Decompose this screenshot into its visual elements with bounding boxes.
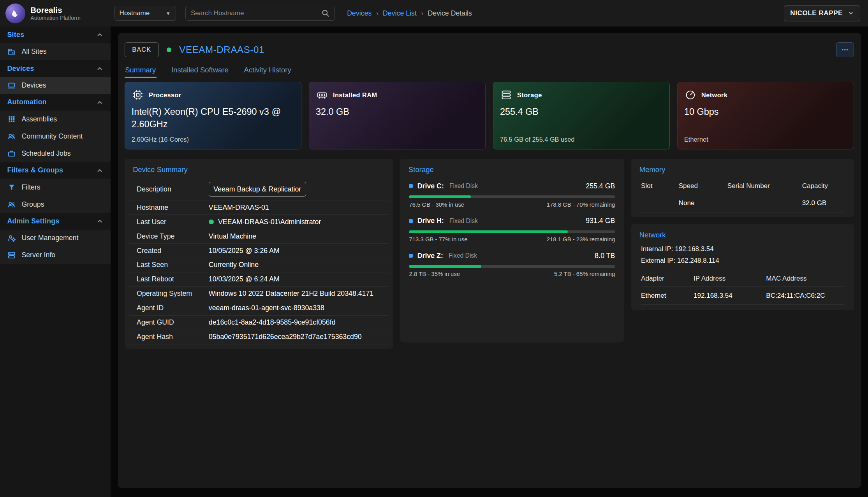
sidebar-item-community-content[interactable]: Community Content — [0, 128, 111, 145]
device-summary-title: Device Summary — [125, 159, 393, 178]
hostname-filter-value: Hostname — [120, 9, 150, 17]
drive-row-z: Drive Z: Fixed Disk 8.0 TB 2.8 TB - 35% … — [400, 248, 624, 283]
drive-square-icon — [409, 219, 413, 223]
search-icon — [321, 9, 329, 17]
network-cell-ip: 192.168.3.54 — [694, 287, 766, 305]
drive-used-text: 2.8 TB - 35% in use — [409, 270, 460, 277]
scheduled-jobs-icon — [7, 149, 16, 158]
summary-row-hostname: Hostname VEEAM-DRAAS-01 — [129, 200, 389, 215]
device-tabs: Summary Installed Software Activity Hist… — [125, 63, 854, 77]
sidebar-item-label: Community Content — [21, 132, 83, 140]
sidebar-item-label: Filters — [21, 183, 40, 191]
chevron-up-icon — [96, 218, 103, 225]
sidebar-item-user-management[interactable]: User Management — [0, 230, 111, 247]
sidebar-item-assemblies[interactable]: Assemblies — [0, 111, 111, 128]
user-management-icon — [7, 234, 16, 243]
search-box — [185, 6, 335, 21]
sidebar-item-label: Groups — [21, 200, 44, 209]
user-menu-button[interactable]: NICOLE RAPPE — [784, 5, 860, 21]
groups-icon — [7, 200, 16, 209]
sidebar-item-label: Devices — [21, 81, 46, 90]
sidebar-section-sites[interactable]: Sites — [0, 26, 111, 43]
memory-table: Slot Speed Serial Number Capacity None 3… — [641, 178, 844, 212]
sidebar-item-scheduled-jobs[interactable]: Scheduled Jobs — [0, 145, 111, 162]
drive-usage-bar — [409, 230, 615, 233]
internal-ip-value: 192.168.3.54 — [675, 245, 714, 253]
summary-row-operating-system: Operating System Windows 10 2022 Datacen… — [129, 287, 389, 301]
device-details-panel: BACK VEEAM-DRAAS-01 Summary Installed So… — [118, 33, 861, 488]
brand: Borealis Automation Platform — [0, 4, 111, 23]
top-bar: Borealis Automation Platform Hostname ▼ … — [0, 0, 868, 26]
breadcrumb-devices[interactable]: Devices — [347, 9, 371, 18]
description-input[interactable] — [209, 182, 306, 197]
network-panel-title: Network — [631, 224, 854, 244]
sidebar-section-devices[interactable]: Devices — [0, 60, 111, 77]
search-input[interactable] — [191, 9, 321, 17]
stat-cards: Processor Intel(R) Xeon(R) CPU E5-2690 v… — [125, 82, 854, 149]
sidebar-item-label: Assemblies — [21, 115, 57, 123]
sidebar-section-admin-settings[interactable]: Admin Settings — [0, 213, 111, 230]
ram-subtitle — [316, 136, 479, 144]
device-title: VEEAM-DRAAS-01 — [179, 44, 264, 55]
user-name: NICOLE RAPPE — [790, 9, 843, 17]
server-info-icon — [7, 251, 16, 260]
sidebar-item-label: Scheduled Jobs — [21, 149, 70, 158]
summary-row-description: Description — [129, 178, 389, 200]
summary-row-last-seen: Last Seen Currently Online — [129, 258, 389, 272]
storage-card: Storage 255.4 GB 76.5 GB of 255.4 GB use… — [493, 82, 670, 149]
more-options-button[interactable] — [836, 42, 854, 57]
breadcrumb-separator: › — [421, 9, 423, 18]
main-area: BACK VEEAM-DRAAS-01 Summary Installed So… — [111, 26, 868, 497]
memory-cell-capacity: 32.0 GB — [802, 194, 844, 212]
ram-icon — [316, 89, 328, 101]
chevron-up-icon — [96, 99, 103, 106]
sidebar-item-devices[interactable]: Devices — [0, 77, 111, 94]
hostname-filter-select[interactable]: Hostname ▼ — [114, 6, 176, 21]
drive-usage-bar — [409, 265, 615, 268]
back-button[interactable]: BACK — [125, 42, 159, 57]
brand-text: Borealis Automation Platform — [30, 5, 81, 21]
network-card: Network 10 Gbps Ethernet — [677, 82, 854, 149]
right-column: Memory Slot Speed Serial Number Capacity… — [631, 159, 854, 311]
storage-panel-title: Storage — [400, 159, 624, 178]
breadcrumb-device-list[interactable]: Device List — [383, 9, 417, 18]
drive-square-icon — [409, 184, 413, 188]
drive-square-icon — [409, 254, 413, 258]
network-table: Adapter IP Address MAC Address Ethernet … — [641, 271, 844, 305]
breadcrumb-device-details: Device Details — [428, 9, 472, 18]
sidebar-item-label: Server Info — [21, 251, 55, 259]
more-options-icon — [841, 46, 849, 54]
sidebar-item-label: All Sites — [21, 47, 46, 56]
detail-columns: Device Summary Description Hostname VEEA… — [125, 159, 854, 349]
app-root: Borealis Automation Platform Hostname ▼ … — [0, 0, 868, 497]
filters-icon — [7, 183, 16, 192]
chevron-up-icon — [96, 167, 103, 174]
tab-installed-software[interactable]: Installed Software — [171, 64, 229, 77]
brand-name: Borealis — [30, 5, 81, 15]
memory-panel-title: Memory — [631, 159, 854, 178]
summary-row-created: Created 10/05/2025 @ 3:26 AM — [129, 244, 389, 258]
chevron-down-icon — [848, 10, 854, 16]
drive-row-h: Drive H: Fixed Disk 931.4 GB 713.3 GB - … — [400, 213, 624, 248]
sidebar-section-automation[interactable]: Automation — [0, 94, 111, 111]
summary-row-last-reboot: Last Reboot 10/03/2025 @ 6:24 AM — [129, 272, 389, 287]
borealis-logo-icon — [5, 4, 25, 23]
tab-summary[interactable]: Summary — [125, 64, 157, 77]
devices-icon — [7, 81, 16, 90]
chevron-up-icon — [96, 65, 103, 72]
sidebar-item-filters[interactable]: Filters — [0, 179, 111, 196]
internal-ip-line: Internal IP: 192.168.3.54 — [631, 244, 854, 255]
storage-value: 255.4 GB — [500, 106, 651, 118]
sidebar-item-groups[interactable]: Groups — [0, 196, 111, 213]
sidebar-section-filters-groups[interactable]: Filters & Groups — [0, 162, 111, 179]
tab-activity-history[interactable]: Activity History — [243, 64, 292, 77]
sidebar-item-server-info[interactable]: Server Info — [0, 247, 111, 264]
summary-row-agent-id: Agent ID veeam-draas-01-agent-svc-8930a3… — [129, 301, 389, 316]
summary-row-agent-hash: Agent Hash 05ba0e7935171d626ecea29b27d7a… — [129, 330, 389, 344]
sidebar-item-all-sites[interactable]: All Sites — [0, 43, 111, 60]
memory-cell-serial — [727, 194, 802, 212]
status-online-icon — [209, 220, 214, 225]
network-value: 10 Gbps — [684, 106, 835, 118]
assemblies-icon — [7, 115, 16, 124]
summary-row-last-user: Last User VEEAM-DRAAS-01\Administrator — [129, 215, 389, 229]
